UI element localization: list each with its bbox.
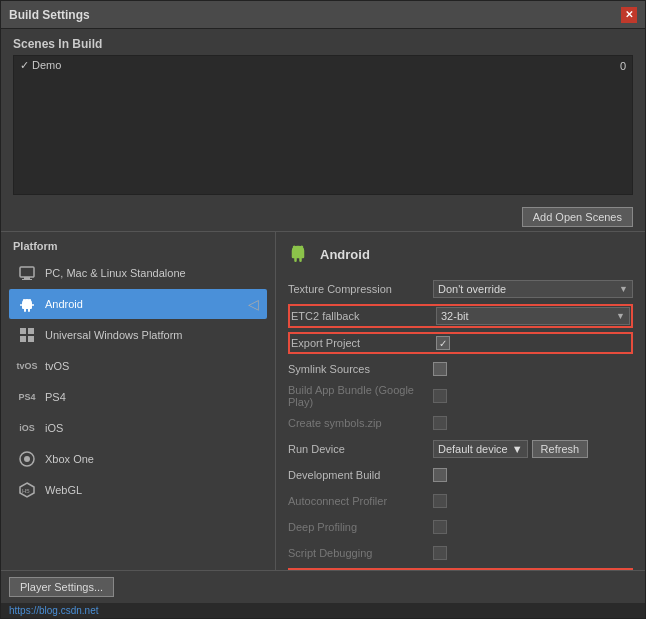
symlink-sources-row: Symlink Sources (288, 358, 633, 380)
build-settings-window: Build Settings ✕ Scenes In Build ✓ Demo … (0, 0, 646, 619)
create-symbols-zip-label: Create symbols.zip (288, 417, 433, 429)
deep-profiling-value (433, 520, 633, 534)
export-project-value: ✓ (436, 336, 630, 350)
android-label: Android (45, 298, 83, 310)
scene-item[interactable]: ✓ Demo 0 (14, 56, 632, 75)
create-symbols-zip-row: Create symbols.zip (288, 412, 633, 434)
texture-compression-dropdown[interactable]: Don't override ▼ (433, 280, 633, 298)
close-button[interactable]: ✕ (621, 7, 637, 23)
run-device-row: Run Device Default device ▼ Refresh (288, 438, 633, 460)
svg-rect-0 (20, 267, 34, 277)
symlink-sources-checkbox[interactable] (433, 362, 447, 376)
create-symbols-zip-checkbox[interactable] (433, 416, 447, 430)
webgl-icon: H5 (17, 480, 37, 500)
development-build-value (433, 468, 633, 482)
platform-label: Platform (9, 240, 267, 252)
texture-compression-text: Don't override (438, 283, 506, 295)
scene-check: ✓ Demo (20, 59, 61, 72)
deep-profiling-checkbox[interactable] (433, 520, 447, 534)
platform-settings-title: Android (320, 247, 370, 262)
etc2-fallback-row: ETC2 fallback 32-bit ▼ (288, 304, 633, 328)
development-build-label: Development Build (288, 469, 433, 481)
url-text: https://blog.csdn.net (9, 605, 99, 616)
main-content: Platform PC, Mac & Linux Standalone (1, 232, 645, 570)
etc2-fallback-label: ETC2 fallback (291, 310, 436, 322)
autoconnect-profiler-checkbox[interactable] (433, 494, 447, 508)
android-icon (17, 294, 37, 314)
sidebar-item-ios[interactable]: iOS iOS (9, 413, 267, 443)
ios-label: iOS (45, 422, 63, 434)
build-app-bundle-row: Build App Bundle (Google Play) (288, 384, 633, 408)
autoconnect-profiler-label: Autoconnect Profiler (288, 495, 433, 507)
run-device-arrow-icon: ▼ (512, 443, 523, 455)
scenes-label: Scenes In Build (13, 37, 633, 51)
tvos-label: tvOS (45, 360, 69, 372)
build-app-bundle-checkbox[interactable] (433, 389, 447, 403)
export-project-label: Export Project (291, 337, 436, 349)
script-debugging-label: Script Debugging (288, 547, 433, 559)
title-bar: Build Settings ✕ (1, 1, 645, 29)
run-device-text: Default device (438, 443, 508, 455)
run-device-controls: Default device ▼ Refresh (433, 440, 633, 458)
player-settings-bar: Player Settings... (1, 570, 645, 603)
svg-rect-1 (24, 277, 30, 279)
url-bar: https://blog.csdn.net (1, 603, 645, 618)
export-project-checkbox[interactable]: ✓ (436, 336, 450, 350)
android-header: Android (288, 242, 633, 266)
texture-compression-value: Don't override ▼ (433, 280, 633, 298)
etc2-fallback-value: 32-bit ▼ (436, 307, 630, 325)
development-build-row: Development Build (288, 464, 633, 486)
svg-rect-8 (28, 328, 34, 334)
sidebar-item-ps4[interactable]: PS4 PS4 (9, 382, 267, 412)
svg-rect-9 (20, 336, 26, 342)
autoconnect-profiler-row: Autoconnect Profiler (288, 490, 633, 512)
sidebar-item-uwp[interactable]: Universal Windows Platform (9, 320, 267, 350)
scenes-section: Scenes In Build ✓ Demo 0 (1, 29, 645, 203)
etc2-fallback-text: 32-bit (441, 310, 469, 322)
ps4-label: PS4 (45, 391, 66, 403)
dropdown-arrow-icon: ▼ (619, 284, 628, 294)
ps4-icon: PS4 (17, 387, 37, 407)
svg-text:H5: H5 (22, 488, 30, 494)
scene-index: 0 (620, 60, 626, 72)
sidebar-item-webgl[interactable]: H5 WebGL (9, 475, 267, 505)
sidebar-item-xboxone[interactable]: Xbox One (9, 444, 267, 474)
build-app-bundle-value (433, 389, 633, 403)
sidebar-item-tvos[interactable]: tvOS tvOS (9, 351, 267, 381)
sidebar-item-android[interactable]: Android ◁ (9, 289, 267, 319)
scenes-list: ✓ Demo 0 (13, 55, 633, 195)
svg-rect-2 (22, 279, 32, 280)
run-device-dropdown[interactable]: Default device ▼ (433, 440, 528, 458)
player-settings-button[interactable]: Player Settings... (9, 577, 114, 597)
android-selected-icon: ◁ (248, 296, 259, 312)
add-scenes-bar: Add Open Scenes (1, 203, 645, 232)
ios-icon: iOS (17, 418, 37, 438)
pc-mac-label: PC, Mac & Linux Standalone (45, 267, 186, 279)
platform-panel: Platform PC, Mac & Linux Standalone (1, 232, 276, 570)
add-open-scenes-button[interactable]: Add Open Scenes (522, 207, 633, 227)
symlink-sources-value (433, 362, 633, 376)
sidebar-item-pc-mac-linux[interactable]: PC, Mac & Linux Standalone (9, 258, 267, 288)
svg-rect-7 (20, 328, 26, 334)
refresh-button[interactable]: Refresh (532, 440, 589, 458)
build-app-bundle-label: Build App Bundle (Google Play) (288, 384, 433, 408)
deep-profiling-label: Deep Profiling (288, 521, 433, 533)
window-title: Build Settings (9, 8, 90, 22)
etc2-dropdown-arrow-icon: ▼ (616, 311, 625, 321)
svg-point-12 (24, 456, 30, 462)
run-device-label: Run Device (288, 443, 433, 455)
development-build-checkbox[interactable] (433, 468, 447, 482)
script-debugging-checkbox[interactable] (433, 546, 447, 560)
script-debugging-row: Script Debugging (288, 542, 633, 564)
autoconnect-profiler-value (433, 494, 633, 508)
create-symbols-zip-value (433, 416, 633, 430)
uwp-label: Universal Windows Platform (45, 329, 183, 341)
texture-compression-label: Texture Compression (288, 283, 433, 295)
settings-panel: Android Texture Compression Don't overri… (276, 232, 645, 570)
deep-profiling-row: Deep Profiling (288, 516, 633, 538)
export-project-row: Export Project ✓ (288, 332, 633, 354)
etc2-fallback-dropdown[interactable]: 32-bit ▼ (436, 307, 630, 325)
webgl-label: WebGL (45, 484, 82, 496)
android-header-icon (288, 242, 312, 266)
symlink-sources-label: Symlink Sources (288, 363, 433, 375)
